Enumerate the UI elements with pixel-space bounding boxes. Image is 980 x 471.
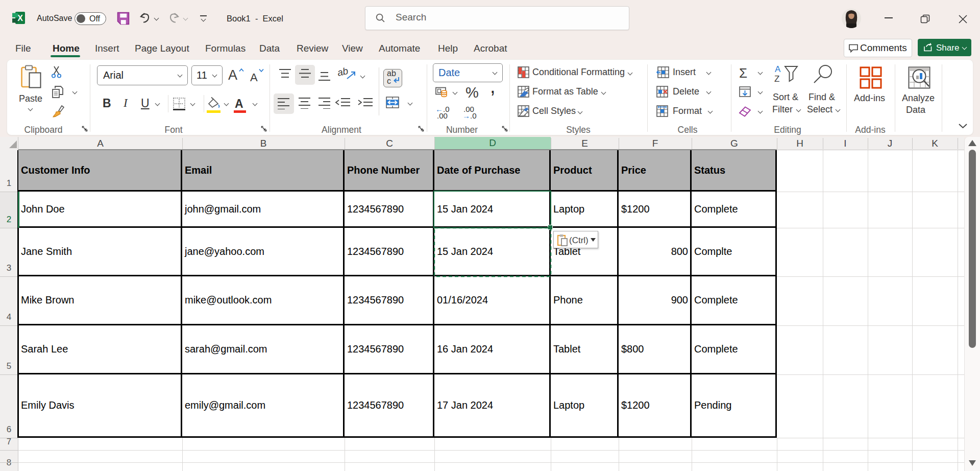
svg-text:X: X [17,14,23,22]
